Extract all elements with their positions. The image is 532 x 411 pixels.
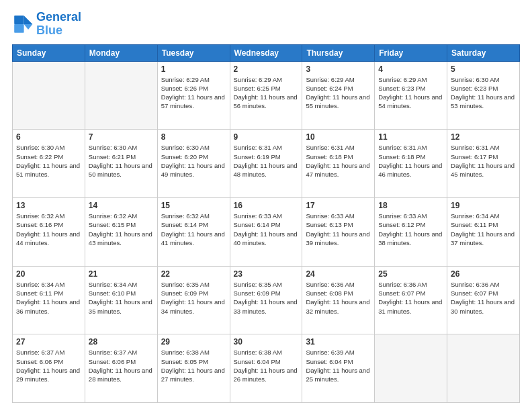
calendar-cell: 7 Sunrise: 6:30 AM Sunset: 6:21 PM Dayli… <box>85 130 157 198</box>
calendar-cell: 11 Sunrise: 6:31 AM Sunset: 6:18 PM Dayl… <box>375 130 447 198</box>
day-number: 3 <box>306 64 371 74</box>
day-number: 16 <box>234 201 299 210</box>
weekday-header-saturday: Saturday <box>447 44 520 61</box>
calendar-cell: 24 Sunrise: 6:36 AM Sunset: 6:08 PM Dayl… <box>302 266 375 334</box>
calendar-cell: 16 Sunrise: 6:33 AM Sunset: 6:14 PM Dayl… <box>230 197 302 266</box>
calendar-cell: 15 Sunrise: 6:32 AM Sunset: 6:14 PM Dayl… <box>157 197 230 266</box>
calendar-week-4: 20 Sunrise: 6:34 AM Sunset: 6:11 PM Dayl… <box>13 266 520 334</box>
calendar-cell: 10 Sunrise: 6:31 AM Sunset: 6:18 PM Dayl… <box>302 130 375 198</box>
svg-marker-1 <box>24 24 33 30</box>
weekday-header-row: SundayMondayTuesdayWednesdayThursdayFrid… <box>13 44 520 61</box>
day-info: Sunrise: 6:29 AM Sunset: 6:26 PM Dayligh… <box>161 75 226 111</box>
day-number: 4 <box>378 64 443 74</box>
day-number: 21 <box>89 269 154 279</box>
calendar-cell: 9 Sunrise: 6:31 AM Sunset: 6:19 PM Dayli… <box>230 130 302 198</box>
calendar-cell: 4 Sunrise: 6:29 AM Sunset: 6:23 PM Dayli… <box>375 61 447 130</box>
day-number: 17 <box>306 201 371 210</box>
calendar-cell: 28 Sunrise: 6:37 AM Sunset: 6:06 PM Dayl… <box>85 334 157 403</box>
day-number: 13 <box>16 201 81 210</box>
day-info: Sunrise: 6:31 AM Sunset: 6:18 PM Dayligh… <box>378 143 443 179</box>
day-info: Sunrise: 6:32 AM Sunset: 6:15 PM Dayligh… <box>89 212 154 247</box>
day-number: 20 <box>16 269 81 279</box>
day-info: Sunrise: 6:34 AM Sunset: 6:11 PM Dayligh… <box>16 280 81 316</box>
day-number: 31 <box>306 337 371 347</box>
day-info: Sunrise: 6:36 AM Sunset: 6:07 PM Dayligh… <box>378 280 443 316</box>
header: General Blue <box>12 11 520 38</box>
calendar-week-5: 27 Sunrise: 6:37 AM Sunset: 6:06 PM Dayl… <box>13 334 520 403</box>
day-number: 10 <box>306 132 371 142</box>
calendar-week-3: 13 Sunrise: 6:32 AM Sunset: 6:16 PM Dayl… <box>13 197 520 266</box>
day-info: Sunrise: 6:31 AM Sunset: 6:17 PM Dayligh… <box>451 143 516 179</box>
calendar-cell: 27 Sunrise: 6:37 AM Sunset: 6:06 PM Dayl… <box>13 334 85 403</box>
day-number: 6 <box>16 132 81 142</box>
calendar-cell: 30 Sunrise: 6:38 AM Sunset: 6:04 PM Dayl… <box>230 334 302 403</box>
calendar-cell: 23 Sunrise: 6:35 AM Sunset: 6:09 PM Dayl… <box>230 266 302 334</box>
calendar-cell: 29 Sunrise: 6:38 AM Sunset: 6:05 PM Dayl… <box>157 334 230 403</box>
calendar-cell: 3 Sunrise: 6:29 AM Sunset: 6:24 PM Dayli… <box>302 61 375 130</box>
weekday-header-tuesday: Tuesday <box>157 44 230 61</box>
calendar-cell: 6 Sunrise: 6:30 AM Sunset: 6:22 PM Dayli… <box>13 130 85 198</box>
calendar-cell <box>447 334 520 403</box>
day-info: Sunrise: 6:37 AM Sunset: 6:06 PM Dayligh… <box>16 348 81 383</box>
day-info: Sunrise: 6:38 AM Sunset: 6:04 PM Dayligh… <box>234 348 299 383</box>
day-info: Sunrise: 6:29 AM Sunset: 6:24 PM Dayligh… <box>306 75 371 111</box>
day-info: Sunrise: 6:30 AM Sunset: 6:22 PM Dayligh… <box>16 143 81 179</box>
calendar-cell: 14 Sunrise: 6:32 AM Sunset: 6:15 PM Dayl… <box>85 197 157 266</box>
day-number: 25 <box>378 269 443 279</box>
day-info: Sunrise: 6:31 AM Sunset: 6:18 PM Dayligh… <box>306 143 371 179</box>
day-info: Sunrise: 6:35 AM Sunset: 6:09 PM Dayligh… <box>234 280 299 316</box>
weekday-header-friday: Friday <box>375 44 447 61</box>
day-number: 11 <box>378 132 443 142</box>
logo-text: General Blue <box>36 11 81 38</box>
day-info: Sunrise: 6:33 AM Sunset: 6:12 PM Dayligh… <box>378 212 443 247</box>
day-info: Sunrise: 6:35 AM Sunset: 6:09 PM Dayligh… <box>161 280 226 316</box>
day-info: Sunrise: 6:33 AM Sunset: 6:13 PM Dayligh… <box>306 212 371 247</box>
day-number: 27 <box>16 337 81 347</box>
logo-icon <box>12 13 34 35</box>
day-info: Sunrise: 6:37 AM Sunset: 6:06 PM Dayligh… <box>89 348 154 383</box>
page-container: General Blue SundayMondayTuesdayWednesda… <box>0 0 532 411</box>
svg-marker-0 <box>24 15 33 24</box>
day-info: Sunrise: 6:30 AM Sunset: 6:20 PM Dayligh… <box>161 143 226 179</box>
day-info: Sunrise: 6:36 AM Sunset: 6:07 PM Dayligh… <box>451 280 516 316</box>
day-info: Sunrise: 6:29 AM Sunset: 6:23 PM Dayligh… <box>378 75 443 111</box>
calendar-cell: 31 Sunrise: 6:39 AM Sunset: 6:04 PM Dayl… <box>302 334 375 403</box>
day-info: Sunrise: 6:39 AM Sunset: 6:04 PM Dayligh… <box>306 348 371 383</box>
day-info: Sunrise: 6:30 AM Sunset: 6:21 PM Dayligh… <box>89 143 154 179</box>
day-number: 19 <box>451 201 516 210</box>
calendar-cell: 1 Sunrise: 6:29 AM Sunset: 6:26 PM Dayli… <box>157 61 230 130</box>
calendar-cell: 22 Sunrise: 6:35 AM Sunset: 6:09 PM Dayl… <box>157 266 230 334</box>
day-number: 5 <box>451 64 516 74</box>
weekday-header-monday: Monday <box>85 44 157 61</box>
calendar-table: SundayMondayTuesdayWednesdayThursdayFrid… <box>12 44 520 403</box>
day-info: Sunrise: 6:34 AM Sunset: 6:10 PM Dayligh… <box>89 280 154 316</box>
day-number: 15 <box>161 201 226 210</box>
day-info: Sunrise: 6:36 AM Sunset: 6:08 PM Dayligh… <box>306 280 371 316</box>
day-number: 28 <box>89 337 154 347</box>
day-number: 1 <box>161 64 226 74</box>
day-number: 30 <box>234 337 299 347</box>
svg-rect-3 <box>14 24 24 33</box>
day-number: 29 <box>161 337 226 347</box>
day-number: 24 <box>306 269 371 279</box>
day-number: 23 <box>234 269 299 279</box>
weekday-header-wednesday: Wednesday <box>230 44 302 61</box>
day-number: 26 <box>451 269 516 279</box>
calendar-week-2: 6 Sunrise: 6:30 AM Sunset: 6:22 PM Dayli… <box>13 130 520 198</box>
calendar-cell: 26 Sunrise: 6:36 AM Sunset: 6:07 PM Dayl… <box>447 266 520 334</box>
day-info: Sunrise: 6:32 AM Sunset: 6:16 PM Dayligh… <box>16 212 81 247</box>
calendar-cell: 19 Sunrise: 6:34 AM Sunset: 6:11 PM Dayl… <box>447 197 520 266</box>
calendar-cell: 2 Sunrise: 6:29 AM Sunset: 6:25 PM Dayli… <box>230 61 302 130</box>
day-info: Sunrise: 6:29 AM Sunset: 6:25 PM Dayligh… <box>234 75 299 111</box>
calendar-cell: 8 Sunrise: 6:30 AM Sunset: 6:20 PM Dayli… <box>157 130 230 198</box>
calendar-cell: 5 Sunrise: 6:30 AM Sunset: 6:23 PM Dayli… <box>447 61 520 130</box>
logo: General Blue <box>12 11 81 38</box>
day-info: Sunrise: 6:31 AM Sunset: 6:19 PM Dayligh… <box>234 143 299 179</box>
calendar-cell <box>85 61 157 130</box>
day-number: 8 <box>161 132 226 142</box>
calendar-cell: 13 Sunrise: 6:32 AM Sunset: 6:16 PM Dayl… <box>13 197 85 266</box>
calendar-cell: 18 Sunrise: 6:33 AM Sunset: 6:12 PM Dayl… <box>375 197 447 266</box>
day-number: 12 <box>451 132 516 142</box>
day-info: Sunrise: 6:32 AM Sunset: 6:14 PM Dayligh… <box>161 212 226 247</box>
calendar-cell <box>13 61 85 130</box>
